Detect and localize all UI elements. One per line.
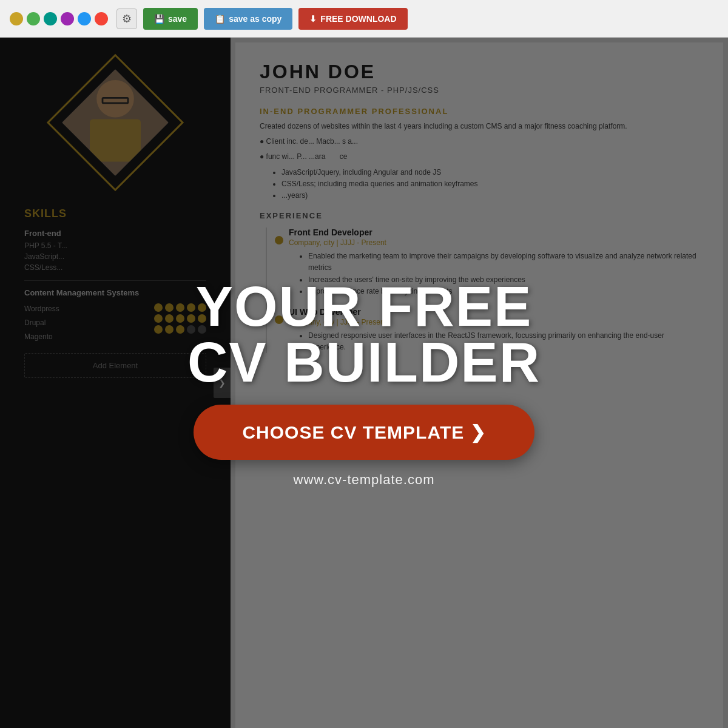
download-label: FREE DOWNLOAD [320, 14, 396, 24]
save-icon: 💾 [154, 14, 164, 24]
toolbar: ⚙ 💾 save 📋 save as copy ⬇ FREE DOWNLOAD [0, 0, 728, 38]
download-icon: ⬇ [309, 14, 317, 24]
save-copy-label: save as copy [229, 14, 281, 24]
color-dot-green[interactable] [27, 12, 40, 25]
color-dot-purple[interactable] [61, 12, 74, 25]
color-dot-yellow[interactable] [10, 12, 23, 25]
headline-line1: YOUR FREE [196, 275, 533, 337]
color-palette [10, 12, 108, 25]
headline-line2: CV BUILDER [187, 331, 541, 393]
main-area: SKILLS Front-end PHP 5.5 - T... JavaScri… [0, 38, 728, 728]
save-as-copy-button[interactable]: 📋 save as copy [204, 8, 292, 30]
color-dot-red[interactable] [95, 12, 108, 25]
promotional-overlay: YOUR FREE CV BUILDER CHOOSE CV TEMPLATE … [0, 38, 728, 728]
download-button[interactable]: ⬇ FREE DOWNLOAD [298, 8, 407, 30]
overlay-url: www.cv-template.com [294, 472, 435, 488]
save-label: save [168, 14, 187, 24]
color-dot-teal[interactable] [44, 12, 57, 25]
overlay-headline: YOUR FREE CV BUILDER [187, 278, 541, 390]
copy-icon: 📋 [215, 14, 225, 24]
color-dot-blue[interactable] [78, 12, 91, 25]
save-button[interactable]: 💾 save [143, 8, 198, 30]
choose-template-button[interactable]: CHOOSE CV TEMPLATE ❯ [194, 405, 534, 460]
settings-button[interactable]: ⚙ [116, 8, 137, 29]
